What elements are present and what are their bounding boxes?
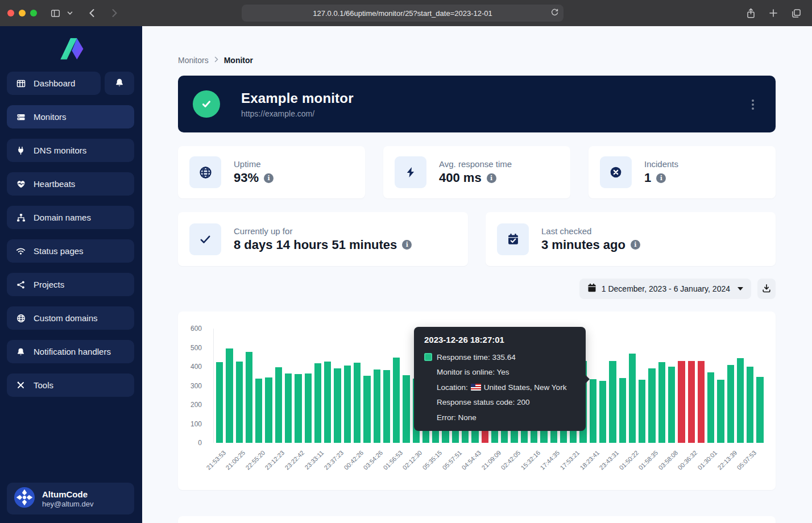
- bar[interactable]: [698, 361, 705, 443]
- sidebar-toggle-icon[interactable]: [47, 5, 63, 21]
- close-window-button[interactable]: [7, 10, 14, 16]
- bar[interactable]: [717, 380, 724, 443]
- share-icon[interactable]: [743, 5, 759, 21]
- bar[interactable]: [688, 361, 695, 443]
- bar[interactable]: [265, 377, 272, 443]
- chevron-right-icon: [214, 56, 218, 64]
- minimize-window-button[interactable]: [19, 10, 26, 16]
- x-axis-labels: 21:53:5321:00:2522:55:2023:12:2323:22:42…: [213, 447, 764, 487]
- stat-label: Avg. response time: [439, 159, 512, 169]
- forward-button[interactable]: [106, 5, 122, 21]
- bar[interactable]: [737, 358, 744, 443]
- status-up-icon: [193, 90, 220, 118]
- sidebar-item-status-pages[interactable]: Status pages: [7, 239, 134, 263]
- bar[interactable]: [216, 362, 223, 443]
- user-account-card[interactable]: AltumCode hey@altum.dev: [7, 483, 134, 514]
- sidebar-item-label: Monitors: [34, 112, 67, 122]
- chevron-down-icon[interactable]: [65, 5, 74, 21]
- info-icon[interactable]: i: [656, 173, 666, 183]
- bar[interactable]: [255, 379, 262, 443]
- sidebar-item-dashboard[interactable]: Dashboard: [7, 72, 101, 95]
- app-logo[interactable]: [0, 26, 142, 72]
- last-checked-card: Last checked 3 minutes ago i: [486, 212, 776, 266]
- zoom-window-button[interactable]: [30, 10, 37, 16]
- bar[interactable]: [668, 367, 675, 443]
- stat-value: 8 days 14 hours 51 minutes: [234, 238, 397, 252]
- sidebar-item-notification-handlers[interactable]: Notification handlers: [7, 340, 134, 363]
- bar[interactable]: [619, 378, 626, 443]
- bar[interactable]: [374, 370, 380, 443]
- bar[interactable]: [324, 362, 331, 443]
- monitor-menu-button[interactable]: [749, 97, 756, 112]
- bar[interactable]: [403, 375, 409, 443]
- sidebar-item-custom-domains[interactable]: Custom domains: [7, 306, 134, 330]
- stat-label: Uptime: [234, 159, 274, 169]
- bar[interactable]: [639, 380, 645, 443]
- breadcrumb-monitors-link[interactable]: Monitors: [178, 56, 209, 65]
- tooltip-online: Monitor is online: Yes: [437, 368, 509, 376]
- sidebar-item-domain-names[interactable]: Domain names: [7, 206, 134, 229]
- bar[interactable]: [354, 363, 361, 443]
- calendar-icon: [587, 283, 596, 294]
- bar[interactable]: [314, 363, 321, 443]
- bar[interactable]: [275, 367, 282, 443]
- bar[interactable]: [629, 354, 636, 443]
- plug-icon: [16, 146, 26, 155]
- sidebar-item-projects[interactable]: Projects: [7, 273, 134, 296]
- bar[interactable]: [756, 377, 763, 443]
- bar[interactable]: [334, 368, 341, 443]
- tabs-overview-icon[interactable]: [788, 5, 804, 21]
- bar[interactable]: [383, 370, 390, 443]
- bar[interactable]: [609, 361, 616, 443]
- monitor-url[interactable]: https://example.com/: [241, 109, 354, 118]
- bar[interactable]: [226, 348, 233, 443]
- bar[interactable]: [305, 373, 312, 443]
- y-tick-label: 500: [190, 344, 202, 352]
- bar[interactable]: [707, 372, 714, 443]
- stat-value: 93%: [234, 171, 259, 185]
- bar[interactable]: [344, 366, 351, 443]
- sitemap-icon: [16, 213, 26, 222]
- avg-response-card: Avg. response time 400 ms i: [383, 146, 570, 198]
- stat-label: Currently up for: [234, 226, 412, 236]
- stat-value: 1: [644, 171, 651, 185]
- info-icon[interactable]: i: [402, 240, 412, 250]
- info-icon[interactable]: i: [631, 240, 640, 250]
- info-icon[interactable]: i: [487, 173, 496, 183]
- bar[interactable]: [285, 373, 292, 443]
- incidents-card: Incidents 1 i: [589, 146, 776, 198]
- bar[interactable]: [393, 358, 400, 443]
- sidebar-item-label: DNS monitors: [34, 146, 86, 155]
- bar[interactable]: [363, 376, 370, 443]
- download-button[interactable]: [757, 279, 776, 299]
- bar[interactable]: [658, 362, 665, 443]
- date-range-picker[interactable]: 1 December, 2023 - 6 January, 2024: [579, 279, 751, 299]
- bar[interactable]: [678, 361, 685, 443]
- sidebar-item-monitors[interactable]: Monitors: [7, 105, 134, 128]
- bar[interactable]: [747, 367, 753, 443]
- bar[interactable]: [236, 362, 243, 443]
- tooltip-status-code: Response status code: 200: [437, 398, 530, 406]
- stat-label: Incidents: [644, 159, 678, 169]
- response-time-chart: 0100200300400500600 21:53:5321:00:2522:5…: [178, 312, 776, 490]
- y-axis-labels: 0100200300400500600: [178, 329, 208, 443]
- sidebar-item-heartbeats[interactable]: Heartbeats: [7, 172, 134, 196]
- sidebar-item-dns-monitors[interactable]: DNS monitors: [7, 139, 134, 162]
- new-tab-icon[interactable]: [765, 5, 781, 21]
- bell-icon: [115, 78, 124, 89]
- sidebar-item-tools[interactable]: Tools: [7, 373, 134, 397]
- bar[interactable]: [295, 374, 301, 443]
- notifications-button[interactable]: [105, 72, 134, 95]
- tooltip-location-value: United States, New York: [484, 383, 567, 392]
- address-bar[interactable]: 127.0.0.1/66uptime/monitor/25?start_date…: [242, 5, 564, 22]
- bar[interactable]: [727, 365, 734, 443]
- bar[interactable]: [599, 381, 606, 443]
- info-icon[interactable]: i: [264, 173, 274, 183]
- globe-icon: [16, 314, 26, 323]
- reload-icon[interactable]: [550, 7, 559, 19]
- bar[interactable]: [648, 368, 655, 443]
- bar[interactable]: [590, 379, 596, 443]
- bar[interactable]: [246, 352, 252, 443]
- back-button[interactable]: [84, 5, 100, 21]
- sidebar: Dashboard Monitors DNS monitors: [0, 26, 142, 523]
